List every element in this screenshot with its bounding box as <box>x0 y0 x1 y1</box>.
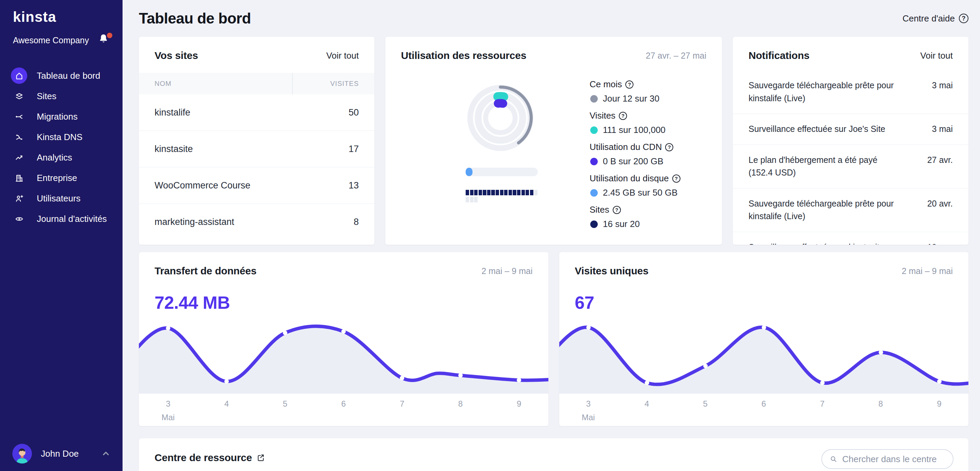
site-visits: 13 <box>348 180 359 191</box>
site-row[interactable]: WooCommerce Course13 <box>139 167 374 204</box>
notification-text: Surveillance effectuée sur kinstasite <box>749 241 884 245</box>
sidebar-item-analytics[interactable]: Analytics <box>0 147 123 168</box>
chevron-up-icon <box>101 449 111 459</box>
column-header-visits: VISITES <box>292 73 374 94</box>
legend-value: 2.45 GB sur 50 GB <box>603 187 678 198</box>
external-link-icon <box>256 453 265 462</box>
x-axis-label: 8 <box>878 399 883 409</box>
unique-visits-x-axis: 3Mai456789 <box>559 394 969 426</box>
question-circle-icon[interactable]: ? <box>613 206 621 214</box>
notification-date: 19 avr. <box>927 241 953 245</box>
sidebar-item-label: Analytics <box>37 152 72 163</box>
legend-value: 0 B sur 200 GB <box>603 156 663 167</box>
site-slot-dash <box>526 190 529 195</box>
sidebar-item-journal-d-activit-s[interactable]: Journal d'activités <box>0 209 123 229</box>
sites-table-body: kinstalife50kinstasite17WooCommerce Cour… <box>139 94 374 240</box>
notifications-view-all-link[interactable]: Voir tout <box>920 50 953 61</box>
site-slot-dash <box>466 190 469 195</box>
analytics-icon <box>14 153 24 162</box>
sidebar-item-label: Utilisateurs <box>37 193 81 204</box>
legend-label: Utilisation du CDN <box>590 142 662 152</box>
site-name: WooCommerce Course <box>154 180 251 191</box>
your-sites-card: Vos sites Voir tout NOM VISITES kinstali… <box>139 37 374 245</box>
data-transfer-total: 72.44 MB <box>154 292 548 313</box>
site-slot-dash <box>470 197 474 203</box>
legend-block: Sites?16 sur 20 <box>590 204 710 229</box>
sites-icon <box>14 92 24 101</box>
notification-text: Sauvegarde téléchargeable prête pour kin… <box>749 79 898 105</box>
notifications-title: Notifications <box>749 50 810 61</box>
notifications-bell-icon[interactable] <box>97 33 112 48</box>
resource-usage-legend: Ce mois?Jour 12 sur 30Visites?111 sur 10… <box>590 79 710 236</box>
notification-row[interactable]: Le plan d'hébergement a été payé (152.4 … <box>733 145 969 188</box>
site-slot-dash <box>509 190 512 195</box>
home-icon <box>14 71 24 80</box>
sidebar-item-migrations[interactable]: Migrations <box>0 106 123 127</box>
resource-center-link[interactable]: Centre de ressource <box>139 438 265 463</box>
sites-usage-dashes <box>466 190 539 203</box>
question-circle-icon[interactable]: ? <box>672 174 681 183</box>
notification-row[interactable]: Sauvegarde téléchargeable prête pour kin… <box>733 188 969 232</box>
sidebar-item-label: Entreprise <box>37 173 77 184</box>
unique-visits-title: Visites uniques <box>575 265 649 277</box>
data-transfer-chart <box>139 319 548 394</box>
legend-label: Ce mois <box>590 79 622 89</box>
x-axis-label: 5 <box>703 399 707 409</box>
notifications-card: Notifications Voir tout Sauvegarde téléc… <box>733 37 969 245</box>
legend-block: Ce mois?Jour 12 sur 30 <box>590 79 710 104</box>
legend-block: Utilisation du disque?2.45 GB sur 50 GB <box>590 173 710 198</box>
site-row[interactable]: kinstalife50 <box>139 94 374 131</box>
unique-visits-total: 67 <box>575 292 969 313</box>
sidebar-item-tableau-de-bord[interactable]: Tableau de bord <box>0 65 123 86</box>
sites-view-all-link[interactable]: Voir tout <box>326 50 359 61</box>
search-input[interactable] <box>842 453 945 465</box>
site-slot-dash <box>474 197 477 203</box>
dns-icon <box>14 133 24 142</box>
question-circle-icon[interactable]: ? <box>665 143 673 151</box>
x-axis-month-label: Mai <box>582 413 595 422</box>
sidebar-item-label: Migrations <box>37 112 78 122</box>
site-row[interactable]: marketing-assistant8 <box>139 204 374 240</box>
unique-visits-card: Visites uniques 2 mai – 9 mai 67 3Mai456… <box>559 252 969 426</box>
legend-label: Sites <box>590 204 609 215</box>
sidebar-item-entreprise[interactable]: Entreprise <box>0 168 123 188</box>
company-name: Awesome Company <box>13 35 89 45</box>
notification-date: 27 avr. <box>927 154 953 179</box>
notifications-list: Sauvegarde téléchargeable prête pour kin… <box>733 70 969 245</box>
site-slot-dash <box>479 190 482 195</box>
sidebar-item-label: Kinsta DNS <box>37 132 83 142</box>
x-axis-label: 4 <box>645 399 649 409</box>
site-visits: 17 <box>348 144 359 154</box>
help-center-link[interactable]: Centre d'aide ? <box>902 13 969 24</box>
site-slot-dash <box>483 190 486 195</box>
site-row[interactable]: kinstasite17 <box>139 131 374 167</box>
notification-text: Sauvegarde téléchargeable prête pour kin… <box>749 197 898 223</box>
site-slot-dash <box>470 190 474 195</box>
kinsta-logo: Kinsta <box>0 0 123 25</box>
notification-badge <box>107 33 112 38</box>
site-slot-dash <box>517 190 520 195</box>
notification-text: Surveillance effectuée sur Joe's Site <box>749 123 885 136</box>
question-circle-icon[interactable]: ? <box>619 112 627 120</box>
sidebar-nav: Tableau de bordSitesMigrationsKinsta DNS… <box>0 65 123 229</box>
question-circle-icon[interactable]: ? <box>625 80 633 89</box>
notification-row[interactable]: Surveillance effectuée sur Joe's Site3 m… <box>733 114 969 145</box>
x-axis-label: 9 <box>937 399 941 409</box>
notification-row[interactable]: Sauvegarde téléchargeable prête pour kin… <box>733 70 969 114</box>
notification-row[interactable]: Surveillance effectuée sur kinstasite19 … <box>733 232 969 245</box>
site-slot-dash <box>534 190 538 195</box>
sidebar-item-kinsta-dns[interactable]: Kinsta DNS <box>0 127 123 147</box>
disk-usage-bar <box>466 168 538 176</box>
sidebar-item-utilisateurs[interactable]: Utilisateurs <box>0 188 123 209</box>
notification-text: Le plan d'hébergement a été payé (152.4 … <box>749 154 898 179</box>
site-visits: 50 <box>348 107 359 118</box>
legend-dot <box>590 220 598 228</box>
company-icon <box>14 174 24 183</box>
legend-dot <box>590 95 598 102</box>
legend-label: Visites <box>590 110 616 121</box>
resource-center-card: Centre de ressource <box>139 438 969 471</box>
x-axis-label: 9 <box>517 399 521 409</box>
sidebar-item-sites[interactable]: Sites <box>0 86 123 106</box>
site-slot-dash <box>500 190 503 195</box>
user-menu[interactable]: John Doe <box>0 437 123 471</box>
